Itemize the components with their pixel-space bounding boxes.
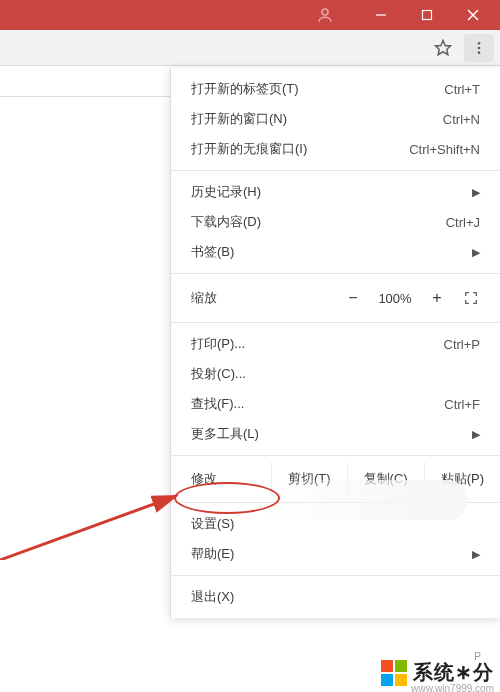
menu-label: 帮助(E) xyxy=(191,545,234,563)
menu-item-bookmarks[interactable]: 书签(B) ▶ xyxy=(171,237,500,267)
menu-item-cast[interactable]: 投射(C)... xyxy=(171,359,500,389)
paste-button[interactable]: 粘贴(P) xyxy=(424,462,500,496)
menu-label: 更多工具(L) xyxy=(191,425,259,443)
menu-item-print[interactable]: 打印(P)... Ctrl+P xyxy=(171,329,500,359)
menu-separator xyxy=(171,455,500,456)
watermark-url: www.win7999.com xyxy=(411,683,494,692)
menu-item-new-incognito[interactable]: 打开新的无痕窗口(I) Ctrl+Shift+N xyxy=(171,134,500,164)
window-maximize-button[interactable] xyxy=(404,0,450,30)
menu-item-zoom: 缩放 − 100% + xyxy=(171,280,500,316)
menu-item-exit[interactable]: 退出(X) xyxy=(171,582,500,612)
menu-shortcut: Ctrl+F xyxy=(444,397,480,412)
menu-item-history[interactable]: 历史记录(H) ▶ xyxy=(171,177,500,207)
window-minimize-button[interactable] xyxy=(358,0,404,30)
menu-label: 历史记录(H) xyxy=(191,183,261,201)
microsoft-logo-icon xyxy=(381,660,407,686)
zoom-in-button[interactable]: + xyxy=(420,284,454,312)
content-divider xyxy=(0,96,170,97)
fullscreen-button[interactable] xyxy=(454,284,488,312)
menu-label: 查找(F)... xyxy=(191,395,244,413)
menu-label: 投射(C)... xyxy=(191,365,246,383)
svg-line-9 xyxy=(0,496,176,560)
menu-label: 打开新的窗口(N) xyxy=(191,110,287,128)
menu-separator xyxy=(171,322,500,323)
chevron-right-icon: ▶ xyxy=(472,548,480,561)
menu-item-new-tab[interactable]: 打开新的标签页(T) Ctrl+T xyxy=(171,74,500,104)
svg-point-7 xyxy=(478,46,481,49)
chevron-right-icon: ▶ xyxy=(472,428,480,441)
menu-shortcut: Ctrl+T xyxy=(444,82,480,97)
menu-item-help[interactable]: 帮助(E) ▶ xyxy=(171,539,500,569)
svg-point-0 xyxy=(322,9,328,15)
zoom-value: 100% xyxy=(370,291,420,306)
profile-avatar-icon[interactable] xyxy=(312,2,338,28)
svg-marker-5 xyxy=(436,40,451,54)
chevron-right-icon: ▶ xyxy=(472,246,480,259)
menu-shortcut: Ctrl+P xyxy=(444,337,480,352)
menu-label: 书签(B) xyxy=(191,243,234,261)
menu-separator xyxy=(171,502,500,503)
menu-separator xyxy=(171,575,500,576)
menu-label: 退出(X) xyxy=(191,588,234,606)
watermark-sub: P xyxy=(474,651,482,662)
copy-button[interactable]: 复制(C) xyxy=(347,462,424,496)
cut-button[interactable]: 剪切(T) xyxy=(271,462,347,496)
menu-item-new-window[interactable]: 打开新的窗口(N) Ctrl+N xyxy=(171,104,500,134)
main-menu-button[interactable] xyxy=(464,34,494,62)
menu-separator xyxy=(171,273,500,274)
menu-item-settings[interactable]: 设置(S) xyxy=(171,509,500,539)
svg-point-6 xyxy=(478,42,481,45)
zoom-out-button[interactable]: − xyxy=(336,284,370,312)
menu-label: 打开新的无痕窗口(I) xyxy=(191,140,307,158)
window-titlebar xyxy=(0,0,500,30)
watermark-text: 系统∗分 xyxy=(413,659,494,686)
svg-rect-2 xyxy=(423,11,432,20)
menu-shortcut: Ctrl+N xyxy=(443,112,480,127)
chevron-right-icon: ▶ xyxy=(472,186,480,199)
menu-item-find[interactable]: 查找(F)... Ctrl+F xyxy=(171,389,500,419)
svg-point-8 xyxy=(478,51,481,54)
menu-separator xyxy=(171,170,500,171)
menu-item-downloads[interactable]: 下载内容(D) Ctrl+J xyxy=(171,207,500,237)
edit-label: 修改 xyxy=(191,470,271,488)
bookmark-star-icon[interactable] xyxy=(428,34,458,62)
menu-item-more-tools[interactable]: 更多工具(L) ▶ xyxy=(171,419,500,449)
main-menu-dropdown: 打开新的标签页(T) Ctrl+T 打开新的窗口(N) Ctrl+N 打开新的无… xyxy=(170,68,500,618)
menu-label: 设置(S) xyxy=(191,515,234,533)
window-close-button[interactable] xyxy=(450,0,496,30)
menu-item-edit-row: 修改 剪切(T) 复制(C) 粘贴(P) xyxy=(171,462,500,496)
browser-toolbar xyxy=(0,30,500,66)
menu-label: 下载内容(D) xyxy=(191,213,261,231)
zoom-label: 缩放 xyxy=(191,289,336,307)
menu-shortcut: Ctrl+Shift+N xyxy=(409,142,480,157)
menu-label: 打印(P)... xyxy=(191,335,245,353)
menu-shortcut: Ctrl+J xyxy=(446,215,480,230)
menu-label: 打开新的标签页(T) xyxy=(191,80,299,98)
